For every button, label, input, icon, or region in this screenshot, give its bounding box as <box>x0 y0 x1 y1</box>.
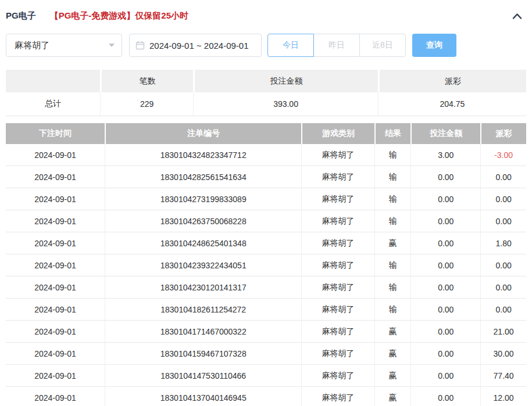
table-cell: 输 <box>374 166 411 188</box>
table-cell: 30.00 <box>480 343 526 365</box>
table-cell: 0.00 <box>480 166 526 188</box>
table-cell: 1830104239322434051 <box>105 254 301 276</box>
filter-bar: 麻将胡了 2024-09-01 ~ 2024-09-01 今日 昨日 近8日 查… <box>0 32 532 58</box>
date-range-input[interactable]: 2024-09-01 ~ 2024-09-01 <box>129 34 262 57</box>
table-cell: 0.00 <box>410 343 480 365</box>
table-cell: 0.00 <box>410 365 480 387</box>
table-row: 2024-09-011830104263750068228麻将胡了输0.000.… <box>6 210 526 232</box>
table-cell: 3.00 <box>410 144 480 166</box>
table-cell: 麻将胡了 <box>301 343 374 365</box>
table-cell: 麻将胡了 <box>301 166 374 188</box>
header-game-type: 游戏类别 <box>301 123 374 144</box>
table-cell: 0.00 <box>480 210 526 232</box>
table-cell: 1830104137040146945 <box>105 387 301 406</box>
header-order-id: 注单编号 <box>105 123 301 144</box>
table-cell: 赢 <box>374 365 411 387</box>
table-row: 2024-09-011830104159467107328麻将胡了赢0.0030… <box>6 343 526 365</box>
summary-table: 笔数 投注金额 派彩 总计 229 393.00 204.75 <box>6 70 526 116</box>
table-cell: 麻将胡了 <box>301 321 374 343</box>
search-button[interactable]: 查询 <box>412 34 456 57</box>
table-cell: 0.00 <box>410 188 480 210</box>
game-type-selected-value: 麻将胡了 <box>15 40 49 51</box>
table-cell: 赢 <box>374 321 411 343</box>
table-cell: 输 <box>374 210 411 232</box>
table-cell: 2024-09-01 <box>6 276 105 299</box>
table-row: 2024-09-011830104182611254272麻将胡了输0.000.… <box>6 299 526 321</box>
table-row: 2024-09-011830104171467000322麻将胡了赢0.0021… <box>6 321 526 343</box>
table-cell: 0.00 <box>410 210 480 232</box>
table-cell: 麻将胡了 <box>301 144 374 166</box>
date-range-value: 2024-09-01 ~ 2024-09-01 <box>149 41 249 51</box>
table-cell: 1830104248625401348 <box>105 232 301 254</box>
table-cell: 0.00 <box>410 166 480 188</box>
table-cell: 0.00 <box>410 387 480 406</box>
records-body: 2024-09-011830104324823347712麻将胡了输3.00-3… <box>6 144 526 406</box>
table-cell: 输 <box>374 299 411 321</box>
summary-header-count: 笔数 <box>100 70 193 92</box>
table-cell: 麻将胡了 <box>301 210 374 232</box>
yesterday-button[interactable]: 昨日 <box>313 34 360 57</box>
calendar-icon <box>135 41 145 50</box>
bet-records-table: 下注时间 注单编号 游戏类别 结果 投注金额 派彩 2024-09-011830… <box>6 123 526 406</box>
table-cell: 输 <box>374 254 411 276</box>
table-cell: 麻将胡了 <box>301 365 374 387</box>
table-cell: 麻将胡了 <box>301 188 374 210</box>
table-cell: 0.00 <box>410 299 480 321</box>
table-cell: 输 <box>374 188 411 210</box>
summary-header-payout: 派彩 <box>378 70 526 92</box>
records-header-row: 下注时间 注单编号 游戏类别 结果 投注金额 派彩 <box>6 123 526 144</box>
pg-records-panel: PG电子 【PG电子-免费游戏】仅保留25小时 麻将胡了 <box>0 0 532 406</box>
table-cell: 2024-09-01 <box>6 144 105 166</box>
table-cell: -3.00 <box>480 144 526 166</box>
table-cell: 0.00 <box>410 254 480 276</box>
table-cell: 2024-09-01 <box>6 321 105 343</box>
table-cell: 0.00 <box>480 299 526 321</box>
table-cell: 麻将胡了 <box>301 276 374 299</box>
summary-header-bet-amount: 投注金额 <box>193 70 378 92</box>
table-row: 2024-09-011830104230120141317麻将胡了输0.000.… <box>6 276 526 299</box>
table-cell: 2024-09-01 <box>6 188 105 210</box>
table-cell: 2024-09-01 <box>6 210 105 232</box>
table-cell: 1830104230120141317 <box>105 276 301 299</box>
table-cell: 0.00 <box>410 232 480 254</box>
table-cell: 0.00 <box>480 276 526 299</box>
summary-header-row: 笔数 投注金额 派彩 <box>6 70 526 92</box>
panel-title: PG电子 <box>6 10 36 21</box>
table-cell: 2024-09-01 <box>6 343 105 365</box>
quick-date-button-group: 今日 昨日 近8日 <box>267 34 406 57</box>
table-cell: 输 <box>374 144 411 166</box>
table-cell: 麻将胡了 <box>301 232 374 254</box>
header-bet-amount: 投注金额 <box>410 123 480 144</box>
table-row: 2024-09-011830104147530110466麻将胡了赢0.0077… <box>6 365 526 387</box>
table-row: 2024-09-011830104273199833089麻将胡了输0.000.… <box>6 188 526 210</box>
table-cell: 麻将胡了 <box>301 387 374 406</box>
table-cell: 1830104159467107328 <box>105 343 301 365</box>
table-cell: 2024-09-01 <box>6 254 105 276</box>
table-row: 2024-09-011830104324823347712麻将胡了输3.00-3… <box>6 144 526 166</box>
table-cell: 12.00 <box>480 387 526 406</box>
summary-total-label: 总计 <box>6 92 100 116</box>
table-cell: 2024-09-01 <box>6 166 105 188</box>
collapse-panel-button[interactable] <box>510 9 524 23</box>
table-cell: 0.00 <box>480 254 526 276</box>
table-cell: 2024-09-01 <box>6 299 105 321</box>
table-row: 2024-09-011830104282561541634麻将胡了输0.000.… <box>6 166 526 188</box>
table-cell: 1.80 <box>480 232 526 254</box>
summary-total-count: 229 <box>100 92 193 116</box>
table-cell: 1830104324823347712 <box>105 144 301 166</box>
table-cell: 赢 <box>374 343 411 365</box>
table-cell: 0.00 <box>410 276 480 299</box>
table-cell: 2024-09-01 <box>6 365 105 387</box>
table-row: 2024-09-011830104248625401348麻将胡了赢0.001.… <box>6 232 526 254</box>
game-type-select[interactable]: 麻将胡了 <box>6 34 122 57</box>
table-cell: 0.00 <box>410 321 480 343</box>
table-row: 2024-09-011830104137040146945麻将胡了赢0.0012… <box>6 387 526 406</box>
table-cell: 21.00 <box>480 321 526 343</box>
table-cell: 麻将胡了 <box>301 254 374 276</box>
table-cell: 赢 <box>374 387 411 406</box>
today-button[interactable]: 今日 <box>267 34 314 57</box>
last-8-days-button[interactable]: 近8日 <box>359 34 406 57</box>
table-cell: 2024-09-01 <box>6 387 105 406</box>
table-cell: 2024-09-01 <box>6 232 105 254</box>
header-bet-time: 下注时间 <box>6 123 105 144</box>
